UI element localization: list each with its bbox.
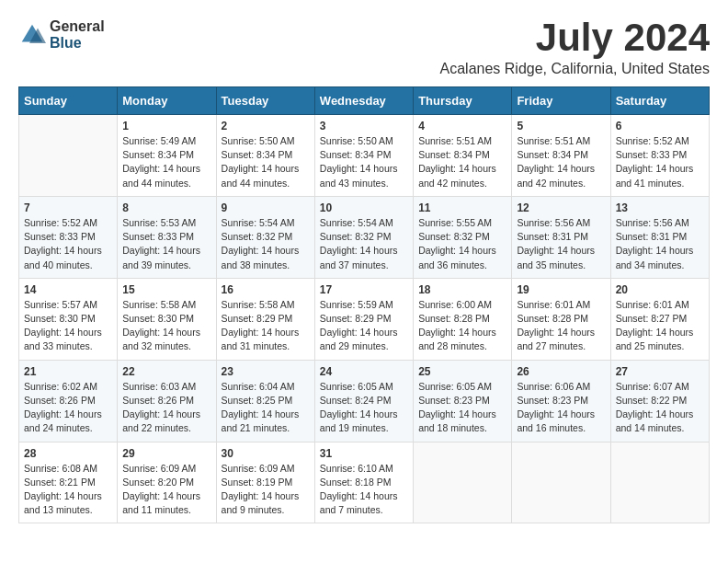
calendar-cell: 21 Sunrise: 6:02 AMSunset: 8:26 PMDaylig… bbox=[19, 360, 118, 442]
day-info: Sunrise: 5:57 AMSunset: 8:30 PMDaylight:… bbox=[24, 298, 112, 354]
calendar-week-row: 14 Sunrise: 5:57 AMSunset: 8:30 PMDaylig… bbox=[19, 278, 710, 360]
calendar-cell: 15 Sunrise: 5:58 AMSunset: 8:30 PMDaylig… bbox=[118, 278, 216, 360]
day-info: Sunrise: 6:00 AMSunset: 8:28 PMDaylight:… bbox=[418, 298, 506, 354]
calendar-cell: 16 Sunrise: 5:58 AMSunset: 8:29 PMDaylig… bbox=[216, 278, 314, 360]
day-info: Sunrise: 6:04 AMSunset: 8:25 PMDaylight:… bbox=[222, 380, 310, 436]
day-header-wednesday: Wednesday bbox=[314, 87, 413, 115]
day-info: Sunrise: 6:06 AMSunset: 8:23 PMDaylight:… bbox=[517, 380, 605, 436]
day-number: 8 bbox=[122, 201, 210, 214]
calendar-cell: 1 Sunrise: 5:49 AMSunset: 8:34 PMDayligh… bbox=[118, 115, 216, 197]
calendar-week-row: 28 Sunrise: 6:08 AMSunset: 8:21 PMDaylig… bbox=[19, 442, 710, 523]
day-number: 16 bbox=[222, 283, 310, 296]
calendar-cell: 13 Sunrise: 5:56 AMSunset: 8:31 PMDaylig… bbox=[610, 196, 709, 278]
day-header-tuesday: Tuesday bbox=[216, 87, 314, 115]
calendar-cell: 5 Sunrise: 5:51 AMSunset: 8:34 PMDayligh… bbox=[512, 115, 610, 197]
day-info: Sunrise: 5:51 AMSunset: 8:34 PMDaylight:… bbox=[418, 134, 506, 190]
logo-text: General Blue bbox=[50, 18, 105, 51]
calendar-cell: 14 Sunrise: 5:57 AMSunset: 8:30 PMDaylig… bbox=[19, 278, 118, 360]
day-number: 14 bbox=[24, 283, 112, 296]
calendar-cell: 31 Sunrise: 6:10 AMSunset: 8:18 PMDaylig… bbox=[314, 442, 413, 523]
day-info: Sunrise: 5:50 AMSunset: 8:34 PMDaylight:… bbox=[222, 134, 310, 190]
day-info: Sunrise: 6:01 AMSunset: 8:27 PMDaylight:… bbox=[616, 298, 704, 354]
logo-icon bbox=[18, 21, 46, 49]
calendar-cell bbox=[19, 115, 118, 197]
calendar-cell: 2 Sunrise: 5:50 AMSunset: 8:34 PMDayligh… bbox=[216, 115, 314, 197]
day-number: 20 bbox=[616, 283, 704, 296]
day-number: 23 bbox=[222, 365, 310, 378]
calendar-cell: 24 Sunrise: 6:05 AMSunset: 8:24 PMDaylig… bbox=[314, 360, 413, 442]
day-number: 11 bbox=[418, 201, 506, 214]
day-info: Sunrise: 5:50 AMSunset: 8:34 PMDaylight:… bbox=[320, 134, 408, 190]
calendar-week-row: 7 Sunrise: 5:52 AMSunset: 8:33 PMDayligh… bbox=[19, 196, 710, 278]
day-number: 4 bbox=[418, 120, 506, 132]
day-number: 27 bbox=[616, 365, 704, 378]
calendar-cell: 6 Sunrise: 5:52 AMSunset: 8:33 PMDayligh… bbox=[610, 115, 709, 197]
day-info: Sunrise: 5:56 AMSunset: 8:31 PMDaylight:… bbox=[616, 216, 704, 272]
calendar-cell: 30 Sunrise: 6:09 AMSunset: 8:19 PMDaylig… bbox=[216, 442, 314, 523]
calendar-cell: 27 Sunrise: 6:07 AMSunset: 8:22 PMDaylig… bbox=[610, 360, 709, 442]
day-header-thursday: Thursday bbox=[414, 87, 512, 115]
day-number: 2 bbox=[222, 120, 310, 132]
calendar-cell: 22 Sunrise: 6:03 AMSunset: 8:26 PMDaylig… bbox=[118, 360, 216, 442]
calendar-cell: 4 Sunrise: 5:51 AMSunset: 8:34 PMDayligh… bbox=[414, 115, 512, 197]
day-number: 22 bbox=[122, 365, 210, 378]
day-number: 24 bbox=[320, 365, 408, 378]
day-info: Sunrise: 6:01 AMSunset: 8:28 PMDaylight:… bbox=[517, 298, 605, 354]
calendar-cell bbox=[610, 442, 709, 523]
day-header-monday: Monday bbox=[118, 87, 216, 115]
day-info: Sunrise: 5:56 AMSunset: 8:31 PMDaylight:… bbox=[517, 216, 605, 272]
day-info: Sunrise: 5:54 AMSunset: 8:32 PMDaylight:… bbox=[222, 216, 310, 272]
day-info: Sunrise: 5:52 AMSunset: 8:33 PMDaylight:… bbox=[616, 134, 704, 190]
calendar-cell: 3 Sunrise: 5:50 AMSunset: 8:34 PMDayligh… bbox=[314, 115, 413, 197]
calendar-cell: 23 Sunrise: 6:04 AMSunset: 8:25 PMDaylig… bbox=[216, 360, 314, 442]
calendar-week-row: 21 Sunrise: 6:02 AMSunset: 8:26 PMDaylig… bbox=[19, 360, 710, 442]
day-number: 13 bbox=[616, 201, 704, 214]
title-block: July 2024 Acalanes Ridge, California, Un… bbox=[440, 18, 711, 77]
day-info: Sunrise: 6:09 AMSunset: 8:20 PMDaylight:… bbox=[122, 462, 210, 518]
page-header: General Blue July 2024 Acalanes Ridge, C… bbox=[18, 18, 710, 77]
day-info: Sunrise: 5:49 AMSunset: 8:34 PMDaylight:… bbox=[122, 134, 210, 190]
day-info: Sunrise: 5:54 AMSunset: 8:32 PMDaylight:… bbox=[320, 216, 408, 272]
calendar-cell: 19 Sunrise: 6:01 AMSunset: 8:28 PMDaylig… bbox=[512, 278, 610, 360]
day-number: 5 bbox=[517, 120, 605, 132]
day-info: Sunrise: 6:05 AMSunset: 8:23 PMDaylight:… bbox=[418, 380, 506, 436]
day-info: Sunrise: 5:59 AMSunset: 8:29 PMDaylight:… bbox=[320, 298, 408, 354]
day-info: Sunrise: 6:03 AMSunset: 8:26 PMDaylight:… bbox=[122, 380, 210, 436]
day-info: Sunrise: 5:53 AMSunset: 8:33 PMDaylight:… bbox=[122, 216, 210, 272]
day-info: Sunrise: 5:58 AMSunset: 8:29 PMDaylight:… bbox=[222, 298, 310, 354]
calendar-cell: 18 Sunrise: 6:00 AMSunset: 8:28 PMDaylig… bbox=[414, 278, 512, 360]
calendar-cell: 12 Sunrise: 5:56 AMSunset: 8:31 PMDaylig… bbox=[512, 196, 610, 278]
day-number: 15 bbox=[122, 283, 210, 296]
day-info: Sunrise: 5:51 AMSunset: 8:34 PMDaylight:… bbox=[517, 134, 605, 190]
calendar-week-row: 1 Sunrise: 5:49 AMSunset: 8:34 PMDayligh… bbox=[19, 115, 710, 197]
calendar-cell: 25 Sunrise: 6:05 AMSunset: 8:23 PMDaylig… bbox=[414, 360, 512, 442]
day-number: 25 bbox=[418, 365, 506, 378]
day-header-friday: Friday bbox=[512, 87, 610, 115]
day-info: Sunrise: 6:09 AMSunset: 8:19 PMDaylight:… bbox=[222, 462, 310, 518]
day-number: 21 bbox=[24, 365, 112, 378]
calendar-cell bbox=[414, 442, 512, 523]
day-number: 30 bbox=[222, 447, 310, 460]
logo-blue: Blue bbox=[50, 35, 105, 52]
day-number: 18 bbox=[418, 283, 506, 296]
day-header-sunday: Sunday bbox=[19, 87, 118, 115]
calendar-cell bbox=[512, 442, 610, 523]
day-number: 19 bbox=[517, 283, 605, 296]
day-number: 29 bbox=[122, 447, 210, 460]
day-info: Sunrise: 5:58 AMSunset: 8:30 PMDaylight:… bbox=[122, 298, 210, 354]
day-number: 31 bbox=[320, 447, 408, 460]
day-number: 26 bbox=[517, 365, 605, 378]
month-title: July 2024 bbox=[440, 18, 711, 57]
calendar-header-row: SundayMondayTuesdayWednesdayThursdayFrid… bbox=[19, 87, 710, 115]
day-info: Sunrise: 5:52 AMSunset: 8:33 PMDaylight:… bbox=[24, 216, 112, 272]
day-number: 6 bbox=[616, 120, 704, 132]
logo-general: General bbox=[50, 18, 105, 35]
day-number: 17 bbox=[320, 283, 408, 296]
calendar-table: SundayMondayTuesdayWednesdayThursdayFrid… bbox=[18, 86, 710, 523]
day-info: Sunrise: 5:55 AMSunset: 8:32 PMDaylight:… bbox=[418, 216, 506, 272]
calendar-cell: 17 Sunrise: 5:59 AMSunset: 8:29 PMDaylig… bbox=[314, 278, 413, 360]
calendar-cell: 11 Sunrise: 5:55 AMSunset: 8:32 PMDaylig… bbox=[414, 196, 512, 278]
location: Acalanes Ridge, California, United State… bbox=[440, 61, 711, 77]
calendar-cell: 28 Sunrise: 6:08 AMSunset: 8:21 PMDaylig… bbox=[19, 442, 118, 523]
day-header-saturday: Saturday bbox=[610, 87, 709, 115]
